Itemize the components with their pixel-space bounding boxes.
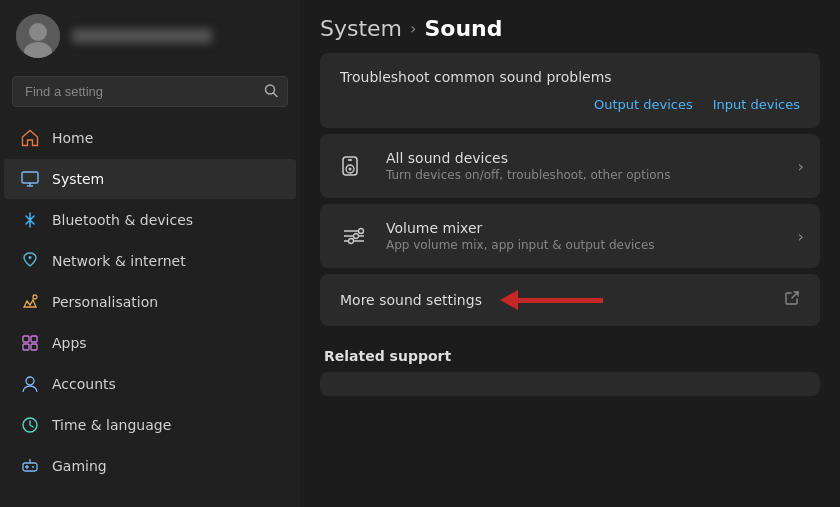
sidebar-item-time[interactable]: Time & language — [4, 405, 296, 445]
sidebar-item-home[interactable]: Home — [4, 118, 296, 158]
svg-line-4 — [274, 93, 278, 97]
svg-rect-5 — [22, 172, 38, 183]
troubleshoot-card: Troubleshoot common sound problems Outpu… — [320, 53, 820, 128]
svg-rect-13 — [31, 344, 37, 350]
username-bar — [72, 29, 212, 43]
sidebar-item-accounts-label: Accounts — [52, 376, 116, 392]
support-item[interactable] — [320, 372, 820, 396]
sidebar-item-gaming[interactable]: Gaming — [4, 446, 296, 486]
volume-mixer-title: Volume mixer — [386, 220, 798, 236]
accounts-icon — [20, 374, 40, 394]
all-sound-devices-card: All sound devices Turn devices on/off, t… — [320, 134, 820, 198]
breadcrumb: System › Sound — [320, 0, 820, 53]
all-sound-devices-icon — [336, 148, 372, 184]
svg-rect-10 — [23, 336, 29, 342]
volume-mixer-card: Volume mixer App volume mix, app input &… — [320, 204, 820, 268]
home-icon — [20, 128, 40, 148]
system-icon — [20, 169, 40, 189]
all-sound-devices-item[interactable]: All sound devices Turn devices on/off, t… — [320, 134, 820, 198]
bluetooth-icon — [20, 210, 40, 230]
sidebar-item-network-label: Network & internet — [52, 253, 186, 269]
svg-point-14 — [26, 377, 34, 385]
output-devices-link[interactable]: Output devices — [594, 97, 693, 112]
all-sound-devices-chevron: › — [798, 157, 804, 176]
sidebar-item-gaming-label: Gaming — [52, 458, 107, 474]
sidebar-item-home-label: Home — [52, 130, 93, 146]
troubleshoot-title: Troubleshoot common sound problems — [340, 69, 800, 85]
sidebar-item-personalisation[interactable]: Personalisation — [4, 282, 296, 322]
nav-list: Home System Bluetooth & devices — [0, 117, 300, 507]
search-box[interactable] — [12, 76, 288, 107]
arrow-head — [500, 290, 518, 310]
svg-point-28 — [354, 234, 359, 239]
svg-point-9 — [33, 295, 37, 299]
svg-point-1 — [29, 23, 47, 41]
svg-point-34 — [359, 229, 364, 234]
sidebar-item-time-label: Time & language — [52, 417, 171, 433]
input-devices-link[interactable]: Input devices — [713, 97, 800, 112]
volume-mixer-item[interactable]: Volume mixer App volume mix, app input &… — [320, 204, 820, 268]
sidebar-item-accounts[interactable]: Accounts — [4, 364, 296, 404]
search-icon — [264, 83, 278, 100]
all-sound-devices-content: All sound devices Turn devices on/off, t… — [386, 150, 798, 182]
volume-mixer-content: Volume mixer App volume mix, app input &… — [386, 220, 798, 252]
troubleshoot-links: Output devices Input devices — [340, 97, 800, 112]
sidebar-item-apps[interactable]: Apps — [4, 323, 296, 363]
time-icon — [20, 415, 40, 435]
svg-point-23 — [349, 168, 352, 171]
search-input[interactable] — [12, 76, 288, 107]
apps-icon — [20, 333, 40, 353]
external-link-icon — [784, 290, 800, 310]
sidebar-item-network[interactable]: Network & internet — [4, 241, 296, 281]
sidebar-item-system[interactable]: System — [4, 159, 296, 199]
gaming-icon — [20, 456, 40, 476]
sidebar-item-apps-label: Apps — [52, 335, 87, 351]
personalisation-icon — [20, 292, 40, 312]
related-support-label: Related support — [320, 332, 820, 372]
more-sound-settings-item[interactable]: More sound settings — [320, 274, 820, 326]
volume-mixer-chevron: › — [798, 227, 804, 246]
sidebar-item-bluetooth[interactable]: Bluetooth & devices — [4, 200, 296, 240]
sidebar-item-personalisation-label: Personalisation — [52, 294, 158, 310]
all-sound-devices-title: All sound devices — [386, 150, 798, 166]
volume-mixer-subtitle: App volume mix, app input & output devic… — [386, 238, 798, 252]
profile-section — [0, 0, 300, 72]
network-icon — [20, 251, 40, 271]
sidebar-item-system-label: System — [52, 171, 104, 187]
breadcrumb-chevron: › — [410, 19, 416, 38]
breadcrumb-system: System — [320, 16, 402, 41]
more-sound-settings-card[interactable]: More sound settings — [320, 274, 820, 326]
arrow-shaft — [518, 298, 603, 303]
svg-rect-11 — [31, 336, 37, 342]
all-sound-devices-subtitle: Turn devices on/off, troubleshoot, other… — [386, 168, 798, 182]
volume-mixer-icon — [336, 218, 372, 254]
svg-rect-12 — [23, 344, 29, 350]
arrow-annotation — [500, 290, 603, 310]
sidebar: Home System Bluetooth & devices — [0, 0, 300, 507]
breadcrumb-sound: Sound — [424, 16, 502, 41]
sidebar-item-bluetooth-label: Bluetooth & devices — [52, 212, 193, 228]
svg-point-8 — [29, 256, 32, 259]
avatar — [16, 14, 60, 58]
svg-point-31 — [349, 239, 354, 244]
main-content: System › Sound Troubleshoot common sound… — [300, 0, 840, 507]
svg-point-19 — [32, 466, 34, 468]
